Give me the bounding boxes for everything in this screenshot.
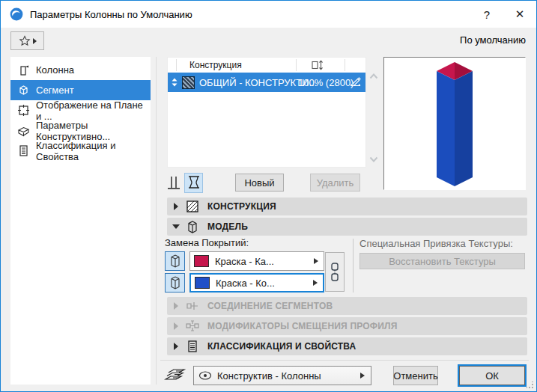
star-icon — [19, 35, 31, 47]
ok-button[interactable]: ОК — [459, 366, 525, 385]
layer-name: Конструктив - Колонны — [217, 370, 321, 382]
section-construction[interactable]: КОНСТРУКЦИЯ — [167, 197, 527, 215]
scroll-down-icon[interactable] — [369, 156, 378, 162]
cut-fill-swatch — [182, 76, 195, 89]
divider — [156, 57, 157, 385]
chevron-right-icon — [174, 302, 178, 310]
document-icon — [17, 144, 30, 157]
texture-alignment-label: Специальная Привязка Текстуры: — [359, 238, 513, 249]
ok-button-focus-ring: ОК — [458, 364, 527, 387]
layer-dropdown[interactable]: Конструктив - Колонны — [193, 366, 371, 385]
drag-updown-icon[interactable] — [171, 77, 178, 88]
column-side-face-icon — [169, 275, 181, 290]
eye-icon — [198, 370, 212, 381]
surface-override-label: Замена Покрытий: — [165, 237, 249, 248]
sidebar-item-label: Колонна — [36, 64, 74, 76]
side-surface-dropdown[interactable]: Краска - Ко... — [189, 273, 324, 293]
column-settings-dialog: Параметры Колонны по Умолчанию ? ✕ По ум… — [0, 0, 537, 392]
top-surface-override-button[interactable] — [165, 251, 185, 271]
sidebar-item-column[interactable]: Колонна — [10, 60, 151, 80]
sidebar-item-label: Параметры Конструктивно... — [36, 120, 151, 142]
uniform-column-toggle[interactable] — [164, 173, 183, 193]
top-surface-dropdown[interactable]: Краска - Ка... — [189, 251, 324, 271]
chevron-right-icon — [313, 280, 318, 286]
profile-modifier-icon — [186, 320, 199, 332]
surface-color-swatch — [194, 255, 209, 267]
section-classification[interactable]: КЛАССИФИКАЦИЯ И СВОЙСТВА — [167, 337, 527, 355]
section-profile-modifiers: МОДИФИКАТОРЫ СМЕЩЕНИЯ ПРОФИЛЯ — [167, 317, 527, 335]
section-label: СОЕДИНЕНИЕ СЕГМЕНТОВ — [207, 301, 333, 311]
restore-texture-button[interactable]: Восстановить Текстуры — [359, 253, 525, 269]
section-label: КЛАССИФИКАЦИЯ И СВОЙСТВА — [207, 341, 356, 352]
section-label: КОНСТРУКЦИЯ — [207, 201, 276, 212]
settings-sidebar: Колонна Сегмент Отображение на Плане и .… — [10, 57, 151, 385]
title-bar: Параметры Колонны по Умолчанию ? ✕ — [1, 1, 536, 28]
help-button[interactable]: ? — [470, 1, 503, 28]
structural-member-icon — [17, 124, 30, 137]
section-label: МОДЕЛЬ — [207, 221, 248, 232]
model-box-icon — [187, 221, 198, 233]
layers-icon — [164, 367, 188, 382]
delete-segment-button[interactable]: Удалить — [310, 174, 360, 192]
chevron-right-icon — [174, 322, 178, 330]
tapered-column-icon — [186, 176, 201, 190]
window-title: Параметры Колонны по Умолчанию — [30, 9, 192, 20]
chevron-down-icon — [172, 224, 180, 229]
section-segment-connection: СОЕДИНЕНИЕ СЕГМЕНТОВ — [167, 297, 527, 315]
column-preview-3d — [384, 58, 525, 189]
column-top-face-icon — [169, 254, 181, 269]
divider — [353, 239, 354, 293]
sidebar-item-label: Отображение на Плане и ... — [36, 99, 151, 122]
sidebar-item-classification[interactable]: Классификация и Свойства — [10, 141, 151, 161]
link-surfaces-button[interactable] — [325, 252, 345, 292]
resize-grip[interactable] — [527, 382, 533, 388]
favorites-button[interactable] — [10, 31, 44, 50]
side-surface-override-button[interactable] — [165, 273, 185, 293]
floor-plan-icon — [17, 104, 30, 117]
construction-column-header: Конструкция — [189, 60, 242, 70]
chevron-right-icon — [33, 38, 37, 44]
surface-name: Краска - Ка... — [215, 256, 274, 267]
segment-connection-icon — [186, 301, 199, 311]
archicad-logo-icon — [10, 7, 23, 21]
tapered-column-toggle[interactable] — [184, 173, 203, 193]
new-segment-button[interactable]: Новый — [235, 174, 284, 192]
default-state-label: По умолчанию — [460, 34, 526, 46]
segment-height: 100% (2800) — [298, 77, 354, 88]
segment-row[interactable]: ОБЩИЙ - КОНСТРУКТИ... 100% (2800) — [168, 73, 365, 92]
chevron-right-icon — [314, 258, 318, 264]
chevron-right-icon — [174, 203, 178, 210]
segment-list-header: Конструкция — [168, 58, 365, 73]
sidebar-item-label: Сегмент — [36, 85, 74, 96]
sidebar-item-label: Классификация и Свойства — [36, 140, 151, 162]
preview-panel[interactable] — [383, 57, 526, 190]
segment-cube-icon — [17, 84, 30, 97]
column-icon — [17, 64, 30, 76]
chevron-right-icon — [360, 373, 365, 379]
straight-column-icon — [166, 176, 181, 190]
chain-link-icon — [328, 263, 342, 282]
edit-height-icon[interactable] — [350, 77, 362, 88]
section-label: МОДИФИКАТОРЫ СМЕЩЕНИЯ ПРОФИЛЯ — [207, 321, 398, 331]
cancel-button[interactable]: Отменить — [393, 366, 438, 385]
height-icon — [312, 60, 324, 70]
sidebar-item-plan-display[interactable]: Отображение на Плане и ... — [10, 100, 151, 120]
surface-name: Краска - Ко... — [216, 278, 275, 289]
document-icon — [187, 340, 198, 352]
close-button[interactable]: ✕ — [503, 1, 536, 28]
segment-list: Конструкция ОБЩИЙ - КОНСТРУКТИ... 100% (… — [167, 57, 366, 168]
scroll-up-icon[interactable] — [369, 73, 378, 79]
section-model[interactable]: МОДЕЛЬ — [167, 218, 527, 236]
chevron-right-icon — [174, 343, 178, 350]
sidebar-item-structural-params[interactable]: Параметры Конструктивно... — [10, 120, 151, 141]
divider — [160, 360, 529, 361]
surface-color-swatch — [195, 277, 210, 289]
sidebar-item-segment[interactable]: Сегмент — [10, 80, 151, 100]
hatch-fill-icon — [186, 200, 198, 212]
